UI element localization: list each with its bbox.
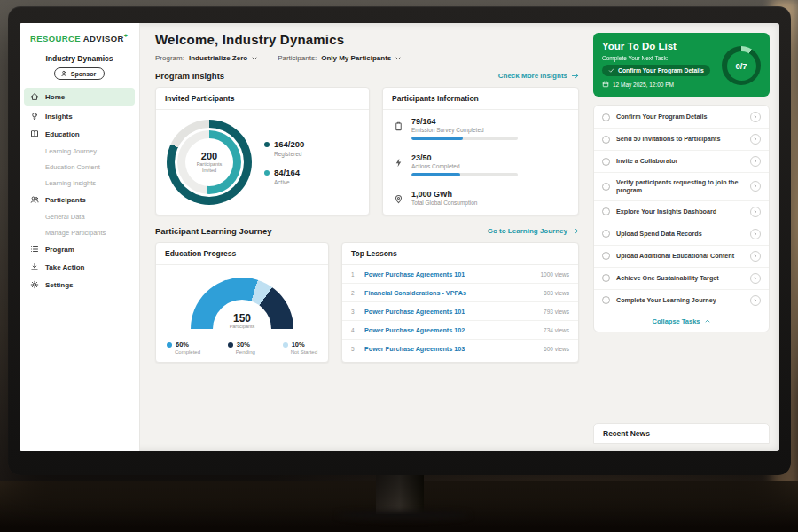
arrow-right-icon [571,227,579,235]
legend-dot [228,342,233,348]
sidebar-item-participants[interactable]: Participants [20,191,139,208]
task-checkbox[interactable] [602,252,610,260]
sidebar-item-home[interactable]: Home [24,88,135,106]
sidebar-item-label: Education [45,130,80,138]
todo-progress-count: 0/7 [727,51,756,81]
chevron-right-icon[interactable] [750,134,761,145]
sidebar-item-insights[interactable]: Insights [20,107,139,125]
sidebar-item-label: Home [45,93,65,101]
sidebar-item-learning-journey[interactable]: Learning Journey [20,143,139,159]
task-row[interactable]: Explore Your Insights Dashboard [594,201,769,223]
lesson-views: 734 views [544,327,569,333]
sidebar-item-general-data[interactable]: General Data [20,208,139,224]
program-select[interactable]: Industrialize Zero [189,54,258,62]
clipboard-icon [394,119,403,129]
card-title: Education Progress [156,243,328,265]
sidebar-item-label: Insights [45,113,73,121]
task-checkbox[interactable] [602,296,610,304]
task-label: Complete Your Learning Journey [616,296,744,304]
people-icon [30,195,39,204]
lesson-views: 600 views [544,346,569,352]
chevron-right-icon[interactable] [750,207,761,217]
task-checkbox[interactable] [602,230,610,238]
legend-label: Active [274,179,304,185]
chevron-right-icon[interactable] [750,251,761,262]
participants-filter-label: Participants: [278,54,317,62]
lesson-views: 793 views [544,309,569,315]
sidebar-item-program[interactable]: Program [20,240,139,258]
lesson-link[interactable]: Financial Considerations - VPPAs [364,289,466,297]
task-row[interactable]: Upload Additional Educational Content [594,246,769,268]
sidebar-item-education[interactable]: Education [20,125,139,143]
link-label: Go to Learning Journey [488,227,567,235]
task-label: Send 50 Invitations to Participants [616,135,744,143]
lesson-link[interactable]: Power Purchase Agreements 103 [364,345,465,353]
tasks-list-card: Confirm Your Program Details Send 50 Inv… [593,105,770,332]
legend-value: 60% [176,340,189,348]
sponsor-badge[interactable]: Sponsor [54,67,105,80]
actions-completed-row: 23/50 Actions Completed [383,146,578,183]
lesson-row: 1 Power Purchase Agreements 101 1000 vie… [342,265,578,284]
go-to-learning-journey-link[interactable]: Go to Learning Journey [488,227,579,235]
dashboard-screen: RESOURCE ADVISOR+ Industry Dynamics Spon… [20,23,779,451]
chevron-right-icon[interactable] [750,112,761,122]
lesson-number: 3 [351,309,357,315]
task-row[interactable]: Upload Spend Data Records [594,223,769,246]
chevron-right-icon[interactable] [750,295,761,306]
chevron-right-icon[interactable] [750,273,761,284]
legend-dot [264,170,270,176]
sidebar-item-take-action[interactable]: Take Action [20,258,139,276]
legend-registered: 164/200 Registered [264,139,304,157]
person-icon [60,70,67,77]
check-more-insights-link[interactable]: Check More Insights [498,72,579,80]
sidebar-item-education-content[interactable]: Education Content [20,159,139,175]
task-label: Upload Additional Educational Content [616,252,744,260]
program-filter-label: Program: [155,54,184,62]
gauge-center-value: 150 [191,313,293,324]
card-title: Participants Information [383,88,578,110]
recent-news-header: Recent News [593,423,770,444]
task-row[interactable]: Confirm Your Program Details [594,106,769,129]
sidebar-item-settings[interactable]: Settings [20,276,139,293]
task-row[interactable]: Achieve One Sustainability Target [594,268,769,290]
legend-value: 30% [237,340,250,348]
sidebar-item-manage-participants[interactable]: Manage Participants [20,224,139,240]
sidebar-item-label: Program [45,246,74,254]
bolt-icon [394,155,403,165]
task-label: Achieve One Sustainability Target [616,274,744,282]
lesson-views: 803 views [544,290,569,296]
section-title: Participant Learning Journey [155,226,271,236]
chevron-right-icon[interactable] [750,181,761,192]
collapse-tasks-button[interactable]: Collapse Tasks [594,311,769,331]
due-date-text: 12 May 2025, 12:00 PM [613,82,674,88]
education-legend: 60% Completed 30% Pending 10% Not Starte… [165,340,319,355]
calendar-icon [602,81,609,88]
logo-advisor: ADVISOR [83,34,124,43]
task-checkbox[interactable] [602,183,610,191]
task-row[interactable]: Verify participants requesting to join t… [594,173,769,201]
participants-select[interactable]: Only My Participants [321,54,402,62]
task-checkbox[interactable] [602,136,610,144]
legend-label: Registered [274,151,304,157]
task-row[interactable]: Send 50 Invitations to Participants [594,129,769,151]
learning-cards-row: Education Progress 150 Participants [155,242,579,363]
task-label: Invite a Collaborator [616,157,744,165]
chevron-right-icon[interactable] [750,156,761,167]
lesson-link[interactable]: Power Purchase Agreements 102 [364,326,465,334]
bulb-icon [30,112,39,121]
task-row[interactable]: Invite a Collaborator [594,151,769,173]
lesson-number: 2 [351,290,357,296]
chevron-right-icon[interactable] [750,229,761,239]
invited-donut: 200 Participants Invited [167,120,252,205]
sidebar-item-learning-insights[interactable]: Learning Insights [20,175,139,191]
task-checkbox[interactable] [602,274,610,282]
task-row[interactable]: Complete Your Learning Journey [594,290,769,311]
task-checkbox[interactable] [602,158,610,166]
collapse-label: Collapse Tasks [652,317,700,325]
next-task-pill[interactable]: Confirm Your Program Details [602,65,710,76]
task-checkbox[interactable] [602,207,610,215]
lesson-row: 3 Power Purchase Agreements 101 793 view… [342,302,578,321]
lesson-link[interactable]: Power Purchase Agreements 101 [364,270,465,278]
task-checkbox[interactable] [602,113,610,121]
lesson-link[interactable]: Power Purchase Agreements 101 [364,308,465,316]
